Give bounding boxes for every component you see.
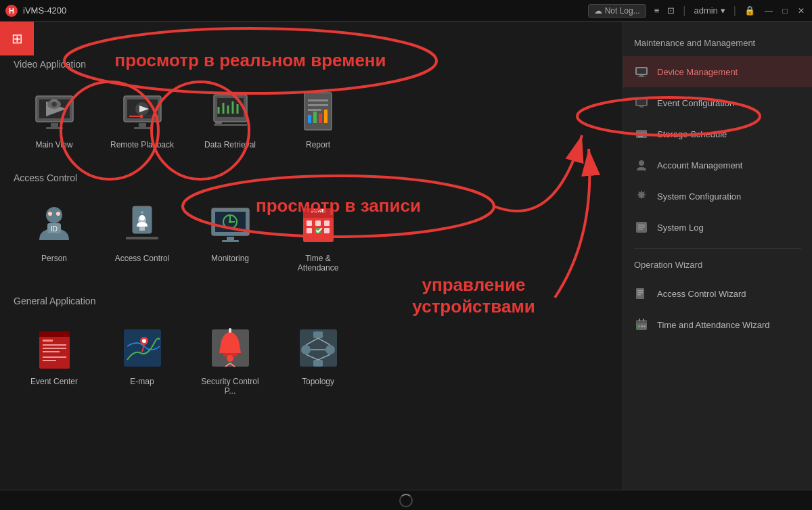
svg-rect-93 <box>639 75 644 76</box>
svg-rect-61 <box>307 228 312 233</box>
storage-schedule-icon <box>634 126 649 141</box>
access-control-icon <box>118 201 166 248</box>
device-management-item[interactable]: Device Management <box>623 56 812 87</box>
security-control-icon <box>206 324 254 371</box>
svg-rect-16 <box>139 123 146 127</box>
maximize-button[interactable]: □ <box>780 5 790 16</box>
chevron-down-icon: ▾ <box>721 5 725 16</box>
svg-rect-85 <box>313 360 323 367</box>
data-retrieval-icon <box>206 87 254 135</box>
right-panel-divider <box>634 248 801 249</box>
svg-rect-67 <box>43 344 66 346</box>
svg-text:ID: ID <box>51 225 58 233</box>
svg-point-37 <box>56 212 60 216</box>
titlebar-left: H iVMS-4200 <box>5 5 66 17</box>
event-center-label: Event Center <box>30 377 78 386</box>
app-item-data-retrieval[interactable]: Data Retrieval <box>189 80 271 156</box>
svg-rect-14 <box>129 116 141 117</box>
minimize-button[interactable]: — <box>763 5 774 16</box>
svg-rect-110 <box>637 292 643 294</box>
svg-rect-97 <box>639 106 644 108</box>
svg-rect-117 <box>641 325 643 327</box>
event-config-icon <box>634 95 649 110</box>
main-view-icon <box>30 87 78 135</box>
app-item-report[interactable]: Report <box>277 80 359 156</box>
security-control-label: Security Control P... <box>196 377 264 396</box>
svg-point-8 <box>53 103 55 106</box>
device-mgmt-icon <box>634 64 649 79</box>
event-center-icon <box>30 324 78 371</box>
monitoring-icon <box>206 201 254 248</box>
attendance-wizard-item[interactable]: Time and Attendance Wizard <box>623 309 812 340</box>
system-log-label: System Log <box>657 223 704 233</box>
svg-rect-107 <box>638 229 643 230</box>
svg-rect-109 <box>637 290 643 292</box>
svg-rect-108 <box>636 288 644 299</box>
titlebar: H iVMS-4200 ☁ Not Log... ≡ ⊡ | admin ▾ |… <box>0 0 812 22</box>
svg-rect-65 <box>39 331 70 337</box>
svg-rect-33 <box>319 114 322 123</box>
app-item-remote-playback[interactable]: Remote Playback <box>102 80 183 156</box>
close-button[interactable]: ✕ <box>796 5 807 16</box>
report-label: Report <box>306 140 330 149</box>
report-icon <box>294 87 342 135</box>
svg-rect-106 <box>638 227 645 228</box>
svg-rect-52 <box>227 237 234 240</box>
account-mgmt-item[interactable]: Account Management <box>623 149 812 181</box>
cloud-label: Not Log... <box>605 6 640 16</box>
storage-schedule-label: Storage Schedule <box>657 129 727 139</box>
svg-rect-17 <box>134 127 151 129</box>
storage-schedule-item[interactable]: Storage Schedule <box>623 118 812 149</box>
video-app-grid: Main View Rem <box>14 80 609 156</box>
app-item-topology[interactable]: Topology <box>277 317 359 402</box>
app-item-emap[interactable]: E-map <box>102 317 183 402</box>
svg-rect-94 <box>637 76 646 77</box>
admin-button[interactable]: admin ▾ <box>694 5 725 16</box>
svg-rect-78 <box>229 328 231 333</box>
app-item-monitoring[interactable]: Monitoring <box>189 194 271 279</box>
svg-point-51 <box>229 221 231 223</box>
main-content: Video Application <box>0 22 812 490</box>
app-item-security-control[interactable]: Security Control P... <box>189 317 271 402</box>
screen-btn[interactable]: ⊡ <box>667 5 675 16</box>
svg-rect-34 <box>324 110 328 123</box>
event-config-item[interactable]: Event Configuration <box>623 87 812 118</box>
main-view-label: Main View <box>35 140 72 149</box>
svg-rect-60 <box>324 221 330 226</box>
system-log-item[interactable]: System Log <box>623 212 812 243</box>
svg-rect-26 <box>214 124 247 126</box>
svg-rect-68 <box>43 348 66 349</box>
access-control-grid: ID Person <box>14 194 609 279</box>
access-wizard-item[interactable]: Access Control Wizard <box>623 278 812 309</box>
app-item-time-attendance[interactable]: JUNE Time & Attendance <box>277 194 359 279</box>
account-mgmt-icon <box>634 158 649 172</box>
emap-label: E-map <box>130 377 154 386</box>
app-item-person[interactable]: ID Person <box>14 194 95 279</box>
svg-rect-101 <box>638 136 643 137</box>
app-item-access-control[interactable]: Access Control <box>102 194 183 279</box>
svg-rect-3 <box>51 123 58 127</box>
list-btn[interactable]: ≡ <box>654 5 660 16</box>
svg-rect-4 <box>46 127 63 129</box>
account-mgmt-label: Account Management <box>657 160 742 170</box>
right-panel: Maintenance and Management Device Manage… <box>623 22 812 490</box>
svg-rect-29 <box>308 104 328 106</box>
general-app-grid: Event Center E-map <box>14 317 609 402</box>
svg-point-102 <box>639 160 644 166</box>
svg-point-35 <box>46 207 62 223</box>
svg-point-84 <box>325 345 335 354</box>
svg-rect-59 <box>315 221 321 226</box>
lock-icon[interactable]: 🔒 <box>744 5 755 16</box>
window-controls: — □ ✕ <box>763 5 807 16</box>
svg-point-45 <box>139 215 145 221</box>
svg-rect-72 <box>124 329 161 367</box>
cloud-button[interactable]: ☁ Not Log... <box>588 4 646 18</box>
app-item-main-view[interactable]: Main View <box>14 80 95 156</box>
svg-rect-114 <box>639 319 640 321</box>
home-button[interactable]: ⊞ <box>0 22 34 55</box>
access-wizard-icon <box>634 286 649 301</box>
system-config-item[interactable]: System Configuration <box>623 181 812 212</box>
svg-rect-71 <box>43 360 56 361</box>
app-item-event-center[interactable]: Event Center <box>14 317 95 402</box>
cloud-icon: ☁ <box>594 6 602 16</box>
